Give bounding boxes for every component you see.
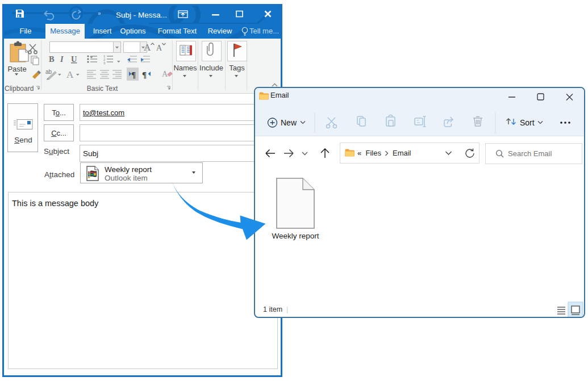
svg-text:3: 3: [103, 61, 106, 65]
svg-text:A: A: [162, 70, 168, 78]
svg-text:»: »: [98, 10, 101, 16]
svg-text:A: A: [66, 69, 74, 80]
svg-text:ab: ab: [45, 69, 52, 75]
svg-text:A: A: [144, 42, 151, 53]
svg-text:Subj - Messa...: Subj - Messa...: [116, 11, 167, 19]
svg-text:A: A: [156, 44, 162, 52]
svg-text:B: B: [49, 55, 55, 64]
svg-text:I: I: [60, 55, 64, 64]
svg-text:U: U: [71, 55, 77, 64]
svg-text:Sort: Sort: [520, 118, 535, 127]
svg-text:New: New: [281, 118, 297, 127]
svg-text:¶: ¶: [142, 70, 147, 79]
svg-text:¶: ¶: [131, 70, 136, 79]
